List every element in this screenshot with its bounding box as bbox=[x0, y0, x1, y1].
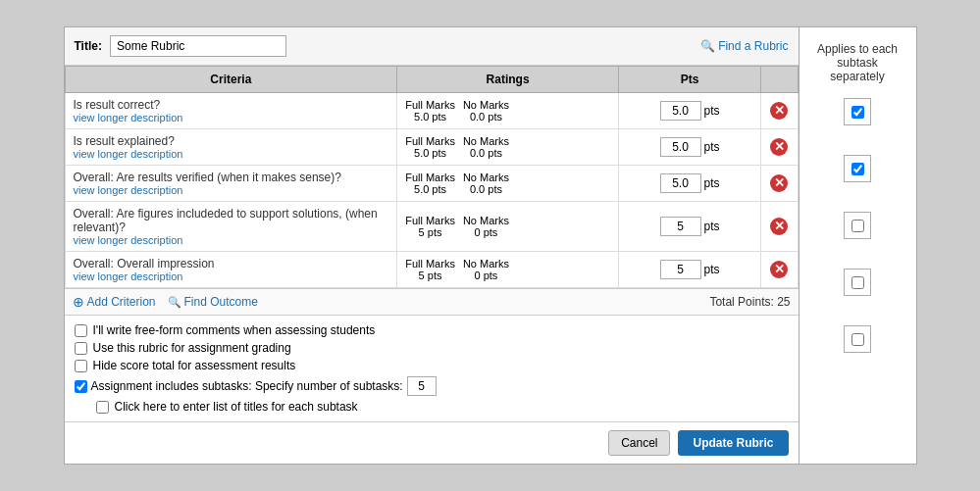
pts-input[interactable] bbox=[660, 173, 701, 193]
ratings-cell: Full Marks 5 pts No Marks 0 pts bbox=[397, 252, 619, 288]
table-row: Overall: Are figures includeded to suppo… bbox=[65, 202, 798, 252]
view-longer-link[interactable]: view longer description bbox=[74, 270, 389, 282]
rating-no-marks: No Marks 0.0 pts bbox=[463, 172, 509, 195]
criteria-name: Overall: Overall impression bbox=[74, 257, 389, 270]
hide-score-option: Hide score total for assessment results bbox=[75, 357, 789, 374]
rating-no-marks: No Marks 0.0 pts bbox=[463, 99, 509, 123]
delete-cell: ✕ bbox=[761, 93, 798, 129]
use-for-grading-label: Use this rubric for assignment grading bbox=[93, 341, 291, 355]
pts-label: pts bbox=[704, 263, 720, 276]
col-criteria: Criteria bbox=[65, 67, 397, 93]
side-panel: Applies to each subtask separately bbox=[799, 27, 916, 464]
rating-full-marks: Full Marks 5 pts bbox=[405, 215, 455, 238]
subtask-label: Assignment includes subtasks: Specify nu… bbox=[91, 379, 403, 393]
table-row: Overall: Are results verified (when it m… bbox=[65, 166, 798, 202]
criteria-name: Is result correct? bbox=[74, 98, 389, 112]
criteria-name: Overall: Are figures includeded to suppo… bbox=[74, 207, 389, 234]
subtask-option: Assignment includes subtasks: Specify nu… bbox=[75, 374, 789, 398]
pts-input[interactable] bbox=[660, 260, 701, 279]
criteria-cell: Overall: Are figures includeded to suppo… bbox=[65, 202, 397, 252]
find-rubric-link[interactable]: 🔍 Find a Rubric bbox=[700, 39, 788, 53]
cancel-button[interactable]: Cancel bbox=[608, 430, 670, 456]
delete-row-button[interactable]: ✕ bbox=[770, 218, 788, 235]
subtask-applies-checkbox[interactable] bbox=[851, 163, 864, 175]
plus-icon: ⊕ bbox=[73, 294, 84, 310]
use-for-grading-option: Use this rubric for assignment grading bbox=[75, 339, 789, 357]
ratings-cell: Full Marks 5.0 pts No Marks 0.0 pts bbox=[397, 129, 619, 166]
col-ratings: Ratings bbox=[397, 67, 619, 93]
hide-score-label: Hide score total for assessment results bbox=[93, 359, 296, 372]
criteria-name: Overall: Are results verified (when it m… bbox=[74, 171, 389, 184]
delete-cell: ✕ bbox=[761, 129, 798, 166]
rating-no-marks: No Marks 0.0 pts bbox=[463, 135, 509, 159]
subtask-applies-checkbox[interactable] bbox=[851, 333, 864, 346]
pts-label: pts bbox=[704, 140, 720, 154]
find-outcome-search-icon: 🔍 bbox=[168, 296, 181, 309]
view-longer-link[interactable]: view longer description bbox=[74, 112, 389, 123]
view-longer-link[interactable]: view longer description bbox=[74, 234, 389, 246]
use-for-grading-checkbox[interactable] bbox=[75, 342, 87, 355]
subtask-sublabel: Click here to enter list of titles for e… bbox=[115, 400, 358, 414]
rating-no-marks: No Marks 0 pts bbox=[463, 258, 509, 281]
subtask-number-input[interactable] bbox=[407, 376, 437, 396]
delete-cell: ✕ bbox=[761, 252, 798, 288]
free-form-option: I'll write free-form comments when asses… bbox=[75, 321, 789, 339]
free-form-checkbox[interactable] bbox=[75, 324, 87, 337]
title-label: Title: bbox=[75, 39, 102, 53]
subtask-applies-checkbox[interactable] bbox=[851, 106, 864, 119]
delete-cell: ✕ bbox=[761, 202, 798, 252]
ratings-cell: Full Marks 5.0 pts No Marks 0.0 pts bbox=[397, 166, 619, 202]
col-del bbox=[761, 67, 798, 93]
subtask-sub-option: Click here to enter list of titles for e… bbox=[75, 398, 789, 416]
rating-full-marks: Full Marks 5.0 pts bbox=[405, 135, 455, 159]
hide-score-checkbox[interactable] bbox=[75, 360, 87, 372]
subtask-checkbox[interactable] bbox=[75, 380, 87, 393]
table-row: Overall: Overall impression view longer … bbox=[65, 252, 798, 288]
subtask-applies-checkbox[interactable] bbox=[851, 276, 864, 289]
col-pts: Pts bbox=[618, 67, 760, 93]
pts-input[interactable] bbox=[660, 101, 701, 121]
pts-cell: pts bbox=[618, 93, 760, 129]
find-outcome-button[interactable]: 🔍 Find Outcome bbox=[168, 295, 258, 309]
free-form-label: I'll write free-form comments when asses… bbox=[93, 323, 376, 337]
subtask-applies-checkbox[interactable] bbox=[851, 220, 864, 232]
update-rubric-button[interactable]: Update Rubric bbox=[678, 430, 788, 456]
delete-cell: ✕ bbox=[761, 166, 798, 202]
delete-row-button[interactable]: ✕ bbox=[770, 261, 788, 278]
side-panel-text: Applies to each subtask separately bbox=[809, 42, 906, 83]
view-longer-link[interactable]: view longer description bbox=[74, 184, 389, 196]
table-row: Is result explained? view longer descrip… bbox=[65, 129, 798, 166]
total-points: Total Points: 25 bbox=[709, 295, 790, 309]
add-criterion-label: Add Criterion bbox=[87, 295, 156, 309]
rating-full-marks: Full Marks 5 pts bbox=[405, 258, 455, 281]
pts-cell: pts bbox=[618, 129, 760, 166]
criteria-cell: Overall: Overall impression view longer … bbox=[65, 252, 397, 288]
subtask-titles-checkbox[interactable] bbox=[96, 401, 109, 414]
criteria-cell: Is result explained? view longer descrip… bbox=[65, 129, 397, 166]
pts-input[interactable] bbox=[660, 217, 701, 236]
rubric-table: Criteria Ratings Pts Is result correct? … bbox=[65, 66, 799, 288]
pts-label: pts bbox=[704, 176, 720, 190]
footer-bar: ⊕ Add Criterion 🔍 Find Outcome Total Poi… bbox=[65, 288, 799, 315]
title-input[interactable] bbox=[110, 35, 286, 57]
criteria-cell: Overall: Are results verified (when it m… bbox=[65, 166, 397, 202]
delete-row-button[interactable]: ✕ bbox=[770, 138, 788, 156]
add-criterion-button[interactable]: ⊕ Add Criterion bbox=[73, 294, 156, 310]
pts-cell: pts bbox=[618, 166, 760, 202]
find-outcome-label: Find Outcome bbox=[184, 295, 258, 309]
pts-input[interactable] bbox=[660, 137, 701, 157]
rating-full-marks: Full Marks 5.0 pts bbox=[405, 172, 455, 195]
action-buttons: Cancel Update Rubric bbox=[65, 421, 799, 464]
pts-label: pts bbox=[704, 220, 720, 233]
rating-full-marks: Full Marks 5.0 pts bbox=[405, 99, 455, 123]
find-rubric-label: Find a Rubric bbox=[718, 39, 788, 53]
delete-row-button[interactable]: ✕ bbox=[770, 102, 788, 120]
pts-label: pts bbox=[704, 104, 720, 118]
view-longer-link[interactable]: view longer description bbox=[74, 148, 389, 160]
search-icon: 🔍 bbox=[700, 39, 715, 53]
delete-row-button[interactable]: ✕ bbox=[770, 174, 788, 192]
ratings-cell: Full Marks 5 pts No Marks 0 pts bbox=[397, 202, 619, 252]
rating-no-marks: No Marks 0 pts bbox=[463, 215, 509, 238]
options-section: I'll write free-form comments when asses… bbox=[65, 315, 799, 421]
ratings-cell: Full Marks 5.0 pts No Marks 0.0 pts bbox=[397, 93, 619, 129]
